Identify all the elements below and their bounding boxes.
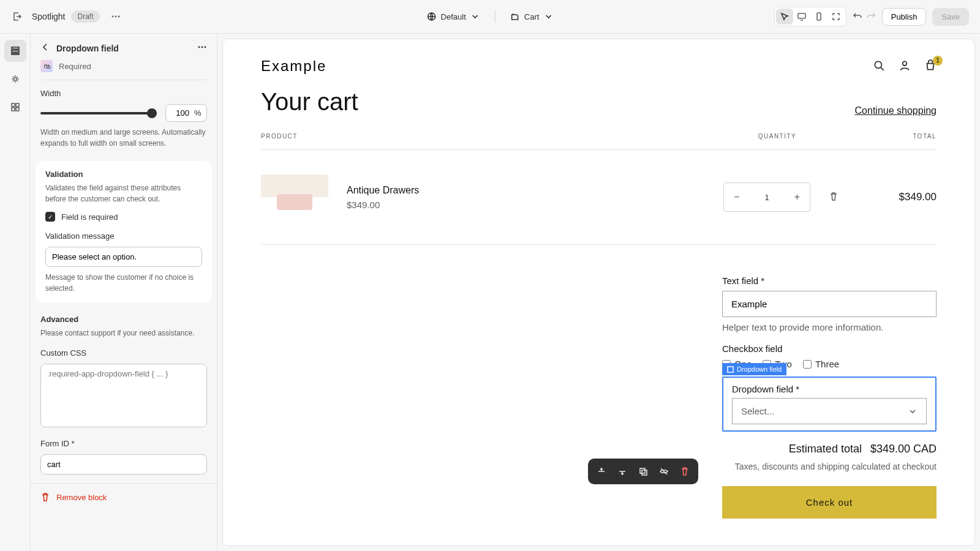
desktop-icon[interactable] [793,9,810,24]
custom-css-input[interactable] [40,364,207,427]
qty-value: 1 [764,193,769,202]
validation-title: Validation [45,170,202,179]
cart-badge: 1 [933,56,943,66]
move-down-icon[interactable] [612,462,632,481]
advanced-desc: Please contact support if your need assi… [40,328,207,339]
fullscreen-icon[interactable] [827,9,845,24]
cart-item-row: Antique Drawers $349.00 − 1 + $349.00 [261,150,937,245]
svg-point-14 [198,47,200,48]
dropdown-field-selected[interactable]: Dropdown field Dropdown field * Select..… [722,377,937,432]
sections-icon[interactable] [4,40,26,62]
divider [495,10,496,23]
sidebar-title: Dropdown field [56,43,191,53]
col-quantity: QUANTITY [716,133,839,140]
locale-label: Default [441,12,466,21]
svg-rect-8 [12,53,19,54]
text-field-input[interactable] [722,291,937,317]
inspector-icon[interactable] [776,9,793,24]
more-icon[interactable] [108,9,123,24]
continue-shopping-link[interactable]: Continue shopping [855,105,937,116]
line-total: $349.00 [839,191,937,203]
svg-rect-6 [12,47,19,49]
remove-label: Remove block [56,493,107,502]
page-label: Cart [524,12,540,21]
width-input[interactable]: % [165,104,207,122]
advanced-title: Advanced [40,315,207,324]
dropdown-select[interactable]: Select... [732,398,927,424]
svg-rect-12 [12,108,15,111]
preview-frame: Example 1 Your cart Continue shopping PR… [222,39,975,546]
svg-rect-4 [798,13,805,18]
product-image[interactable] [261,174,328,220]
duplicate-icon[interactable] [633,462,653,481]
width-unit: % [194,108,202,118]
required-checkbox[interactable]: ✓ [45,212,55,222]
dropdown-label: Dropdown field * [732,384,927,394]
validation-msg-help: Message to show the customer if no choic… [45,272,202,294]
delete-icon[interactable] [675,462,695,481]
device-group [774,7,846,26]
remove-item-icon[interactable] [829,192,839,203]
estimated-total: Estimated total$349.00 CAD [722,443,937,455]
width-slider[interactable] [40,107,157,119]
sidebar-more-icon[interactable] [197,42,207,54]
apps-icon[interactable] [4,96,26,118]
product-name[interactable]: Antique Drawers [347,185,723,196]
account-icon[interactable] [899,59,911,73]
form-id-input[interactable] [40,454,207,474]
svg-point-9 [13,78,17,81]
remove-block-button[interactable]: Remove block [31,483,217,511]
page-selector[interactable]: Cart [504,8,560,25]
publish-button[interactable]: Publish [882,8,927,26]
tax-note: Taxes, discounts and shipping calculated… [722,462,937,471]
svg-point-2 [118,16,119,18]
width-help: Width on medium and large screens. Autom… [40,127,207,149]
checkbox-field-label: Checkbox field [722,343,937,354]
svg-rect-19 [728,366,733,372]
form-id-label: Form ID * [40,439,207,448]
quantity-stepper: − 1 + [723,182,810,212]
checkbox-three[interactable]: Three [803,359,839,369]
svg-point-16 [205,47,206,48]
move-up-icon[interactable] [592,462,611,481]
required-label: Field is required [61,212,118,222]
top-bar: Spotlight Draft Default Cart Publish Sav… [0,0,980,34]
exit-icon[interactable] [11,10,23,23]
undo-redo [853,11,876,23]
checkout-button[interactable]: Check out [722,486,937,519]
locale-selector[interactable]: Default [421,8,486,25]
validation-msg-input[interactable] [45,247,202,267]
validation-desc: Validates the field against these attrib… [45,182,202,204]
svg-point-0 [111,16,113,18]
app-name[interactable]: Required [59,62,91,71]
text-field-helper: Helper text to provide more information. [722,322,937,332]
width-label: Width [40,89,207,98]
col-product: PRODUCT [261,133,716,140]
store-name[interactable]: Example [261,58,326,75]
hide-icon[interactable] [654,462,674,481]
settings-icon[interactable] [4,68,26,90]
mobile-icon[interactable] [810,9,827,24]
back-icon[interactable] [40,42,50,54]
svg-point-15 [202,47,203,48]
qty-decrease-button[interactable]: − [734,192,739,203]
cart-title: Your cart [261,88,937,116]
top-center: Default Cart [421,8,560,25]
undo-icon[interactable] [853,11,862,23]
floating-toolbar [588,459,698,484]
svg-rect-20 [640,468,645,473]
top-right: Publish Save [774,7,969,26]
svg-rect-5 [817,13,821,20]
qty-increase-button[interactable]: + [794,192,800,203]
svg-rect-13 [16,108,19,111]
validation-msg-label: Validation message [45,231,202,241]
search-icon[interactable] [873,59,885,73]
svg-point-18 [903,61,907,66]
save-button: Save [932,8,969,26]
redo-icon [866,11,876,23]
svg-rect-11 [16,103,19,107]
svg-rect-21 [642,470,647,475]
draft-badge: Draft [71,10,99,23]
cart-icon[interactable]: 1 [924,59,937,73]
app-icon: 🛍 [40,60,53,72]
